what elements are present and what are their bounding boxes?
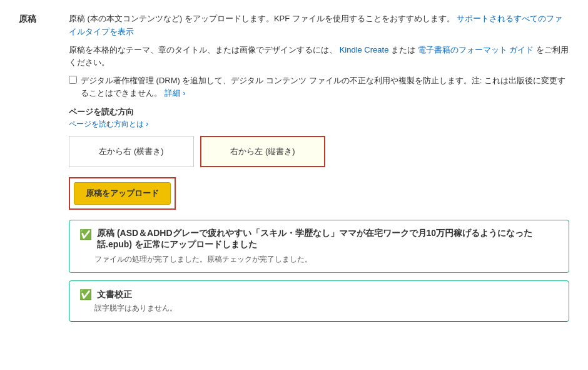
description1: 原稿 (本の本文コンテンツなど) をアップロードします。KPF ファイルを使用す… <box>69 13 569 39</box>
direction-buttons: 左から右 (横書き) 右から左 (縦書き) <box>69 136 569 167</box>
format-guide-link[interactable]: 電子書籍のフォーマット ガイド <box>418 45 534 54</box>
success-box: ✅ 原稿 (ASD＆ADHDグレーで疲れやすい「スキル・学歴なし」ママが在宅ワー… <box>69 220 569 273</box>
upload-button[interactable]: 原稿をアップロード <box>74 182 171 205</box>
success-subtitle: ファイルの処理が完了しました。原稿チェックが完了しました。 <box>94 254 559 265</box>
upload-button-wrapper: 原稿をアップロード <box>69 177 176 210</box>
section-content: 原稿 (本の本文コンテンツなど) をアップロードします。KPF ファイルを使用す… <box>69 13 569 329</box>
description2: 原稿を本格的なテーマ、章のタイトル、または画像でデザインするには、 Kindle… <box>69 44 569 70</box>
success-icon: ✅ <box>79 229 92 240</box>
kindle-create-link[interactable]: Kindle Create <box>340 45 389 54</box>
page-direction-sub[interactable]: ページを読む方向とは › <box>69 119 569 130</box>
proofread-subtitle: 誤字脱字はありません。 <box>94 303 559 314</box>
manuscript-section: 原稿 原稿 (本の本文コンテンツなど) をアップロードします。KPF ファイルを… <box>19 13 569 329</box>
success-title-row: ✅ 原稿 (ASD＆ADHDグレーで疲れやすい「スキル・学歴なし」ママが在宅ワー… <box>79 228 559 250</box>
page-direction-section: ページを読む方向 ページを読む方向とは › 左から右 (横書き) 右から左 (縦… <box>69 106 569 167</box>
page-direction-label: ページを読む方向 <box>69 106 569 118</box>
drm-detail-link[interactable]: 詳細 › <box>165 88 186 98</box>
proofread-title-text: 文書校正 <box>97 289 132 301</box>
description2-text1: 原稿を本格的なテーマ、章のタイトル、または画像でデザインするには、 <box>69 45 337 54</box>
proofread-icon: ✅ <box>79 289 92 301</box>
section-label: 原稿 <box>19 13 56 329</box>
drm-checkbox[interactable] <box>69 76 77 84</box>
proofread-title-row: ✅ 文書校正 <box>79 289 559 301</box>
description2-text2: または <box>391 45 415 54</box>
ltr-button[interactable]: 左から右 (横書き) <box>69 136 194 167</box>
proofread-box: ✅ 文書校正 誤字脱字はありません。 <box>69 280 569 322</box>
description1-text: 原稿 (本の本文コンテンツなど) をアップロードします。KPF ファイルを使用す… <box>69 14 455 23</box>
drm-checkbox-row: デジタル著作権管理 (DRM) を追加して、デジタル コンテンツ ファイルの不正… <box>69 75 569 99</box>
drm-label-text: デジタル著作権管理 (DRM) を追加して、デジタル コンテンツ ファイルの不正… <box>81 76 565 98</box>
drm-label: デジタル著作権管理 (DRM) を追加して、デジタル コンテンツ ファイルの不正… <box>81 75 569 99</box>
page-container: 原稿 原稿 (本の本文コンテンツなど) をアップロードします。KPF ファイルを… <box>0 0 588 370</box>
ltr-label: 左から右 (横書き) <box>99 146 163 157</box>
rtl-label: 右から左 (縦書き) <box>230 146 295 157</box>
success-title-text: 原稿 (ASD＆ADHDグレーで疲れやすい「スキル・学歴なし」ママが在宅ワークで… <box>97 228 559 250</box>
rtl-button[interactable]: 右から左 (縦書き) <box>200 136 325 167</box>
